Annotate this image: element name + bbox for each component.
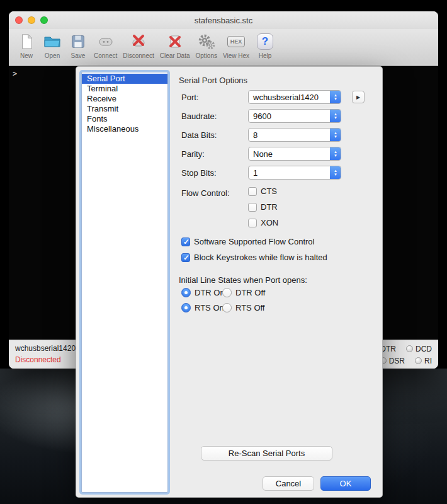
category-item-serial-port[interactable]: Serial Port xyxy=(82,74,167,84)
category-item-receive[interactable]: Receive xyxy=(82,94,167,104)
stop-bits-select[interactable]: 1 ▲▼ xyxy=(248,166,341,180)
titlebar[interactable]: stafensbasic.stc xyxy=(9,11,438,29)
flow-control-label: Flow Control: xyxy=(181,188,230,198)
toolbar-options-button[interactable]: Options xyxy=(196,32,217,59)
checkbox-icon xyxy=(248,203,257,212)
stepper-arrows-icon: ▲▼ xyxy=(330,147,341,161)
toolbar-label: New xyxy=(20,52,33,59)
toolbar-clear-data-button[interactable]: Clear Data xyxy=(160,32,190,59)
checkbox-icon xyxy=(181,238,190,246)
port-label: Port: xyxy=(181,93,198,102)
category-item-miscellaneous[interactable]: Miscellaneous xyxy=(82,124,167,134)
dcd-led-icon xyxy=(406,345,413,352)
software-flow-control-checkbox[interactable]: Software Supported Flow Control xyxy=(181,237,314,246)
toolbar-disconnect-button[interactable]: Disconnect xyxy=(123,32,154,59)
toolbar-label: Connect xyxy=(94,52,117,59)
dsr-indicator: DSR xyxy=(380,357,405,365)
stop-bits-label: Stop Bits: xyxy=(181,168,217,178)
save-floppy-icon xyxy=(68,32,88,52)
dtr-off-radio[interactable]: DTR Off xyxy=(222,288,265,297)
toolbar-label: Clear Data xyxy=(160,52,190,59)
connector-icon xyxy=(96,32,116,52)
cancel-button[interactable]: Cancel xyxy=(263,476,314,491)
line-states-heading: Initial Line States when Port opens: xyxy=(179,275,307,285)
toolbar-view-hex-button[interactable]: HEX View Hex xyxy=(223,32,249,59)
toolbar: New Open Save Connect Disconnect xyxy=(9,29,438,66)
stepper-arrows-icon: ▲▼ xyxy=(330,90,341,104)
gears-icon xyxy=(196,32,217,52)
category-list: Serial Port Terminal Receive Transmit Fo… xyxy=(81,72,168,493)
toolbar-label: Help xyxy=(259,52,272,59)
toolbar-label: Disconnect xyxy=(123,52,154,59)
toolbar-new-button[interactable]: New xyxy=(16,32,37,59)
category-item-terminal[interactable]: Terminal xyxy=(82,84,167,94)
clear-data-icon xyxy=(165,32,185,52)
dcd-indicator: DCD xyxy=(406,345,432,353)
checkbox-icon xyxy=(248,219,257,227)
hex-icon: HEX xyxy=(226,32,246,52)
stepper-arrows-icon: ▲▼ xyxy=(330,128,341,142)
right-arrow-icon: ▶ xyxy=(356,94,360,100)
category-item-transmit[interactable]: Transmit xyxy=(82,104,167,114)
help-icon: ? xyxy=(255,32,275,52)
zoom-button[interactable] xyxy=(40,16,48,24)
traffic-lights xyxy=(15,16,48,24)
parity-label: Parity: xyxy=(181,149,205,159)
parity-select[interactable]: None ▲▼ xyxy=(248,147,341,161)
toolbar-label: Options xyxy=(196,52,217,59)
radio-icon xyxy=(222,303,232,312)
stepper-arrows-icon: ▲▼ xyxy=(330,166,341,180)
panel-title: Serial Port Options xyxy=(179,76,247,85)
stepper-arrows-icon: ▲▼ xyxy=(330,109,341,123)
new-document-icon xyxy=(16,32,37,52)
rts-on-radio[interactable]: RTS On xyxy=(181,303,224,312)
radio-icon xyxy=(181,288,191,297)
options-dialog: Serial Port Terminal Receive Transmit Fo… xyxy=(76,66,383,498)
baudrate-label: Baudrate: xyxy=(181,112,217,121)
toolbar-label: Open xyxy=(45,52,60,59)
block-keystrokes-checkbox[interactable]: Block Keystrokes while flow is halted xyxy=(181,253,327,262)
dtr-checkbox[interactable]: DTR xyxy=(248,202,278,212)
toolbar-save-button[interactable]: Save xyxy=(68,32,88,59)
port-select[interactable]: wchusbserial1420 ▲▼ xyxy=(248,90,341,104)
category-item-fonts[interactable]: Fonts xyxy=(82,114,167,124)
checkbox-icon xyxy=(248,187,257,196)
dtr-on-radio[interactable]: DTR On xyxy=(181,288,225,297)
toolbar-connect-button[interactable]: Connect xyxy=(94,32,117,59)
toolbar-help-button[interactable]: ? Help xyxy=(255,32,275,59)
rts-off-radio[interactable]: RTS Off xyxy=(222,303,264,312)
ok-button[interactable]: OK xyxy=(320,476,371,491)
status-port: wchusbserial1420 xyxy=(15,344,76,353)
toolbar-open-button[interactable]: Open xyxy=(42,32,62,59)
terminal-prompt: > xyxy=(13,69,17,78)
checkbox-icon xyxy=(181,253,190,262)
cts-checkbox[interactable]: CTS xyxy=(248,186,277,196)
baudrate-select[interactable]: 9600 ▲▼ xyxy=(248,109,341,123)
disconnect-icon xyxy=(128,32,149,52)
ri-led-icon xyxy=(415,357,422,364)
radio-icon xyxy=(222,288,232,297)
ri-indicator: RI xyxy=(415,357,432,365)
toolbar-label: Save xyxy=(71,52,86,59)
minimize-button[interactable] xyxy=(28,16,35,24)
data-bits-label: Data Bits: xyxy=(181,130,217,140)
rescan-serial-ports-button[interactable]: Re-Scan Serial Ports xyxy=(201,446,332,461)
data-bits-select[interactable]: 8 ▲▼ xyxy=(248,128,341,142)
toolbar-label: View Hex xyxy=(223,52,249,59)
port-action-button[interactable]: ▶ xyxy=(352,91,365,103)
radio-icon xyxy=(181,303,191,312)
xon-checkbox[interactable]: XON xyxy=(248,218,278,227)
window-title: stafensbasic.stc xyxy=(195,16,253,25)
status-connection: Disconnected xyxy=(15,355,61,364)
close-button[interactable] xyxy=(15,16,23,24)
open-folder-icon xyxy=(42,32,62,52)
